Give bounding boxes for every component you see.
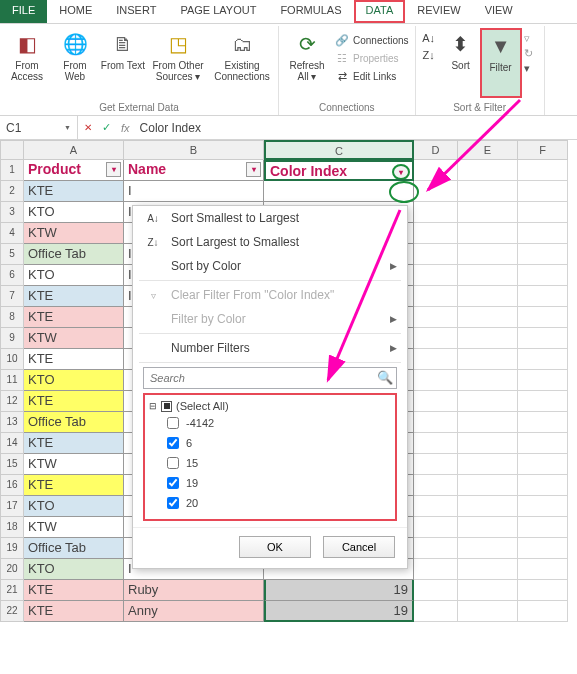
row-header[interactable]: 21 (0, 580, 24, 601)
cell[interactable] (458, 433, 518, 454)
cell[interactable]: Office Tab (24, 412, 124, 433)
cell[interactable] (414, 517, 458, 538)
cell[interactable] (518, 412, 568, 433)
cell[interactable] (458, 517, 518, 538)
col-header-b[interactable]: B (124, 140, 264, 160)
cell[interactable] (518, 496, 568, 517)
tab-home[interactable]: HOME (47, 0, 104, 23)
cell[interactable]: KTO (24, 559, 124, 580)
cell[interactable] (414, 433, 458, 454)
cell[interactable] (414, 181, 458, 202)
checkbox[interactable] (167, 477, 179, 489)
cell[interactable] (414, 202, 458, 223)
row-header[interactable]: 19 (0, 538, 24, 559)
cell[interactable] (518, 454, 568, 475)
cell[interactable] (458, 538, 518, 559)
cell[interactable] (518, 349, 568, 370)
cell[interactable]: 19 (264, 601, 414, 622)
cell[interactable] (458, 370, 518, 391)
cell[interactable]: KTE (24, 580, 124, 601)
sort-asc-button[interactable]: A↓ (420, 30, 442, 46)
row-header[interactable]: 12 (0, 391, 24, 412)
cell[interactable] (414, 307, 458, 328)
cell[interactable] (518, 328, 568, 349)
checkbox[interactable] (167, 417, 179, 429)
filter-item[interactable]: 6 (149, 433, 391, 453)
cell[interactable] (458, 181, 518, 202)
cell[interactable] (518, 160, 568, 181)
row-header[interactable]: 15 (0, 454, 24, 475)
sort-by-color[interactable]: Sort by Color▶ (133, 254, 407, 278)
cell[interactable] (458, 265, 518, 286)
cell[interactable] (518, 517, 568, 538)
cell[interactable] (518, 223, 568, 244)
cell[interactable] (518, 559, 568, 580)
cell[interactable] (414, 538, 458, 559)
advanced-icon[interactable]: ▾ (524, 62, 540, 75)
cell[interactable] (458, 160, 518, 181)
cell[interactable] (518, 286, 568, 307)
col-header-a[interactable]: A (24, 140, 124, 160)
cell[interactable]: KTW (24, 223, 124, 244)
cell[interactable]: KTO (24, 202, 124, 223)
cell[interactable]: KTE (24, 601, 124, 622)
cell[interactable] (458, 412, 518, 433)
row-header[interactable]: 20 (0, 559, 24, 580)
filter-item[interactable]: 20 (149, 493, 391, 513)
from-other-sources-button[interactable]: ◳ From Other Sources ▾ (148, 28, 208, 98)
cell[interactable] (458, 286, 518, 307)
cell[interactable]: KTW (24, 454, 124, 475)
cell[interactable] (414, 412, 458, 433)
cell[interactable] (414, 223, 458, 244)
cell[interactable]: KTE (24, 307, 124, 328)
col-header-e[interactable]: E (458, 140, 518, 160)
ok-button[interactable]: OK (239, 536, 311, 558)
filter-item[interactable]: 19 (149, 473, 391, 493)
cell[interactable] (518, 580, 568, 601)
cell[interactable] (458, 307, 518, 328)
formula-input[interactable]: Color Index (140, 121, 201, 135)
from-text-button[interactable]: 🗎 From Text (100, 28, 146, 98)
cell[interactable] (458, 559, 518, 580)
cell[interactable] (458, 244, 518, 265)
cell[interactable]: I (124, 181, 264, 202)
filter-dropdown-icon[interactable]: ▾ (246, 162, 261, 177)
cell[interactable]: KTO (24, 265, 124, 286)
col-header-f[interactable]: F (518, 140, 568, 160)
accept-formula-icon[interactable]: ✓ (102, 121, 111, 134)
row-header[interactable]: 3 (0, 202, 24, 223)
cell[interactable] (518, 181, 568, 202)
cancel-button[interactable]: Cancel (323, 536, 395, 558)
cell[interactable] (458, 496, 518, 517)
reapply-icon[interactable]: ↻ (524, 47, 540, 60)
row-header[interactable]: 6 (0, 265, 24, 286)
cell[interactable] (518, 391, 568, 412)
row-header[interactable]: 16 (0, 475, 24, 496)
cell[interactable]: KTW (24, 328, 124, 349)
row-header[interactable]: 4 (0, 223, 24, 244)
cell[interactable]: KTE (24, 475, 124, 496)
tab-formulas[interactable]: FORMULAS (268, 0, 353, 23)
cell[interactable]: Ruby (124, 580, 264, 601)
cell[interactable]: Office Tab (24, 538, 124, 559)
row-header[interactable]: 1 (0, 160, 24, 181)
from-access-button[interactable]: ◧ From Access (4, 28, 50, 98)
cell[interactable] (458, 202, 518, 223)
row-header[interactable]: 10 (0, 349, 24, 370)
row-header[interactable]: 8 (0, 307, 24, 328)
row-header[interactable]: 13 (0, 412, 24, 433)
cell[interactable] (414, 496, 458, 517)
cell[interactable] (414, 265, 458, 286)
tab-view[interactable]: VIEW (473, 0, 525, 23)
cell[interactable] (414, 580, 458, 601)
filter-search-input[interactable] (143, 367, 397, 389)
tab-file[interactable]: FILE (0, 0, 47, 23)
sort-smallest-largest[interactable]: A↓Sort Smallest to Largest (133, 206, 407, 230)
cell[interactable] (458, 328, 518, 349)
cell[interactable] (458, 475, 518, 496)
select-all-corner[interactable] (0, 140, 24, 160)
fx-icon[interactable]: fx (121, 122, 130, 134)
name-box[interactable]: C1 ▼ (0, 116, 78, 139)
cell[interactable] (414, 349, 458, 370)
checkbox[interactable] (167, 457, 179, 469)
